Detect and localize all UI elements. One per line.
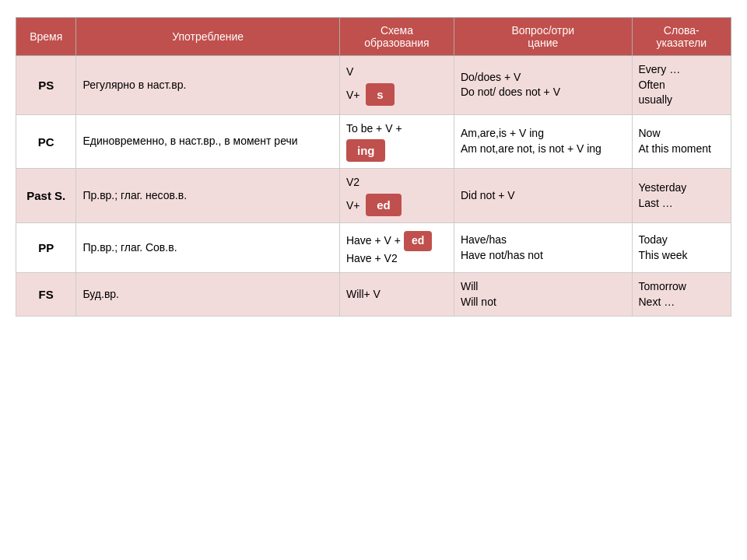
col-header-schema: Схемаобразования bbox=[339, 18, 454, 56]
markers-cell: Every … Often usually bbox=[632, 56, 731, 115]
table-row: FSБуд.вр.Will+ VWill Will notTomorrow Ne… bbox=[16, 273, 731, 317]
table-row: PPПр.вр.; глаг. Сов.в.Have + V + edHave … bbox=[16, 222, 731, 272]
table-row: PSРегулярно в наст.вр.VV+ sDo/does + V D… bbox=[16, 56, 731, 115]
col-header-usage: Употребление bbox=[76, 18, 340, 56]
schema-cell: To be + V +ing bbox=[339, 114, 454, 169]
tense-cell: PC bbox=[16, 114, 76, 169]
usage-cell: Пр.вр.; глаг. несов.в. bbox=[76, 169, 340, 223]
usage-cell: Пр.вр.; глаг. Сов.в. bbox=[76, 222, 340, 272]
table-row: PCЕдиновременно, в наст.вр., в момент ре… bbox=[16, 114, 731, 169]
badge-ed1: ed bbox=[366, 194, 402, 216]
table-row: Past S.Пр.вр.; глаг. несов.в.V2V+ edDid … bbox=[16, 169, 731, 223]
schema-cell: Have + V + edHave + V2 bbox=[339, 222, 454, 272]
markers-cell: Tomorrow Next … bbox=[632, 273, 731, 317]
question-cell: Do/does + V Do not/ does not + V bbox=[454, 56, 632, 115]
question-cell: Have/has Have not/has not bbox=[454, 222, 632, 272]
tense-cell: FS bbox=[16, 273, 76, 317]
usage-cell: Буд.вр. bbox=[76, 273, 340, 317]
col-header-tense: Время bbox=[16, 18, 76, 56]
markers-cell: Today This week bbox=[632, 222, 731, 272]
badge-ed2: ed bbox=[404, 231, 432, 251]
badge-ing: ing bbox=[346, 139, 386, 162]
tense-cell: PP bbox=[16, 222, 76, 272]
tense-table: Время Употребление Схемаобразования Вопр… bbox=[16, 17, 731, 317]
schema-cell: VV+ s bbox=[339, 56, 454, 115]
schema-cell: V2V+ ed bbox=[339, 169, 454, 223]
usage-cell: Регулярно в наст.вр. bbox=[76, 56, 340, 115]
question-cell: Did not + V bbox=[454, 169, 632, 223]
tense-cell: Past S. bbox=[16, 169, 76, 223]
schema-cell: Will+ V bbox=[339, 273, 454, 317]
markers-cell: Yesterday Last … bbox=[632, 169, 731, 223]
badge-s: s bbox=[366, 83, 394, 106]
col-header-question: Вопрос/отрицание bbox=[454, 18, 632, 56]
col-header-markers: Слова-указатели bbox=[632, 18, 731, 56]
question-cell: Will Will not bbox=[454, 273, 632, 317]
usage-cell: Единовременно, в наст.вр., в момент речи bbox=[76, 114, 340, 169]
tense-cell: PS bbox=[16, 56, 76, 115]
markers-cell: Now At this moment bbox=[632, 114, 731, 169]
question-cell: Am,are,is + V ing Am not,are not, is not… bbox=[454, 114, 632, 169]
